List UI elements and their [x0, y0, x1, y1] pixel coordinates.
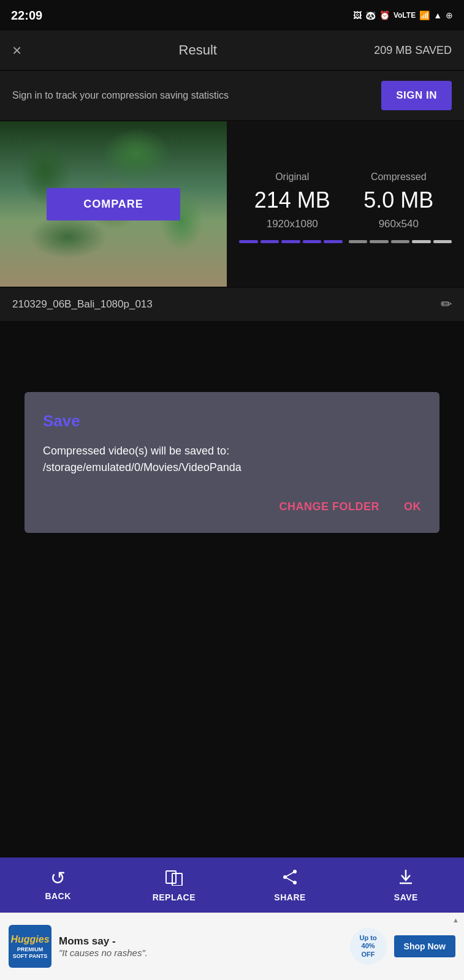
share-icon [281, 869, 299, 889]
lte-icon: VoLTE [394, 11, 416, 20]
stats-resolution-row: 1920x1080 960x540 [239, 218, 452, 230]
page-title: Result [179, 42, 217, 58]
bottom-nav: ↺ BACK REPLACE SHARE [0, 858, 464, 913]
bar-seg-c1 [349, 240, 368, 243]
dialog-body: Compressed video(s) will be saved to: /s… [43, 443, 421, 476]
signin-banner: Sign in to track your compression saving… [0, 71, 464, 120]
nav-save[interactable]: SAVE [381, 869, 430, 902]
alarm-icon: ⏰ [379, 10, 390, 20]
original-bar [239, 240, 343, 243]
nav-replace[interactable]: REPLACE [150, 869, 199, 902]
battery-icon: ⊕ [446, 10, 453, 20]
saved-label: 209 MB SAVED [374, 44, 452, 57]
compare-overlay: COMPARE [0, 121, 227, 287]
bar-seg-c4 [412, 240, 431, 243]
ad-indicator: ▲ [452, 916, 459, 924]
stats-size-row: 214 MB 5.0 MB [239, 187, 452, 213]
back-label: BACK [45, 891, 70, 901]
bar-seg-2 [261, 240, 280, 243]
signin-text: Sign in to track your compression saving… [12, 90, 381, 101]
svg-line-6 [285, 877, 295, 883]
status-time: 22:09 [11, 9, 42, 23]
bar-seg-c2 [370, 240, 389, 243]
nav-share[interactable]: SHARE [265, 869, 314, 902]
save-dialog: Save Compressed video(s) will be saved t… [25, 392, 439, 533]
close-button[interactable]: × [12, 42, 21, 58]
compressed-label: Compressed [346, 172, 452, 183]
compressed-size: 5.0 MB [346, 187, 452, 213]
video-area: COMPARE Original Compressed 214 MB 5.0 M… [0, 121, 464, 287]
stats-label-row: Original Compressed [239, 172, 452, 183]
dialog-title: Save [43, 412, 421, 431]
photo-icon: 🖼 [353, 10, 362, 20]
replace-icon [165, 869, 183, 889]
status-icons: 🖼 🐼 ⏰ VoLTE 📶 ▲ ⊕ [353, 10, 453, 20]
panda-icon: 🐼 [365, 10, 376, 20]
back-icon: ↺ [50, 869, 66, 888]
edit-icon[interactable]: ✏ [441, 296, 452, 312]
share-label: SHARE [274, 892, 306, 902]
wifi-icon: 📶 [419, 10, 430, 20]
save-icon [397, 869, 414, 889]
ad-headline: Moms say - [59, 935, 343, 948]
ad-tagline: "It causes no rashes". [59, 948, 343, 958]
bar-seg-4 [303, 240, 322, 243]
signal-icon: ▲ [433, 10, 442, 20]
ad-shop-button[interactable]: Shop Now [394, 935, 455, 957]
ad-discount-badge: Up to 40% OFF [350, 928, 387, 965]
status-bar: 22:09 🖼 🐼 ⏰ VoLTE 📶 ▲ ⊕ [0, 0, 464, 31]
top-bar: × Result 209 MB SAVED [0, 31, 464, 70]
svg-line-5 [285, 872, 295, 877]
signin-button[interactable]: SIGN IN [381, 81, 452, 110]
change-folder-button[interactable]: CHANGE FOLDER [280, 498, 380, 516]
bar-seg-c3 [391, 240, 410, 243]
filename-text: 210329_06B_Bali_1080p_013 [12, 298, 153, 311]
ad-brand-text: Huggies [10, 933, 49, 945]
dialog-actions: CHANGE FOLDER OK [43, 498, 421, 516]
ad-banner: ▲ Huggies PREMIUM SOFT PANTS Moms say - … [0, 913, 464, 980]
stats-bar-row [239, 240, 452, 243]
nav-back[interactable]: ↺ BACK [34, 869, 83, 901]
ok-button[interactable]: OK [404, 498, 421, 516]
original-label: Original [239, 172, 346, 183]
bar-seg-c5 [433, 240, 452, 243]
bar-seg-1 [239, 240, 258, 243]
bar-seg-3 [281, 240, 300, 243]
replace-label: REPLACE [153, 892, 196, 902]
ad-discount-text: Up to 40% OFF [360, 934, 377, 959]
ad-content: Moms say - "It causes no rashes". [59, 935, 343, 958]
video-stats: Original Compressed 214 MB 5.0 MB 1920x1… [227, 121, 464, 287]
compressed-bar [349, 240, 452, 243]
bar-seg-5 [324, 240, 343, 243]
compare-button[interactable]: COMPARE [47, 188, 180, 221]
original-size: 214 MB [239, 187, 346, 213]
original-resolution: 1920x1080 [239, 218, 346, 230]
save-label: SAVE [394, 892, 418, 902]
dialog-backdrop: Save Compressed video(s) will be saved t… [0, 392, 464, 533]
ad-brand-sub: PREMIUM SOFT PANTS [13, 946, 47, 960]
filename-row: 210329_06B_Bali_1080p_013 ✏ [0, 288, 464, 321]
video-thumbnail: COMPARE [0, 121, 227, 287]
compressed-resolution: 960x540 [346, 218, 452, 230]
ad-logo: Huggies PREMIUM SOFT PANTS [9, 925, 51, 968]
